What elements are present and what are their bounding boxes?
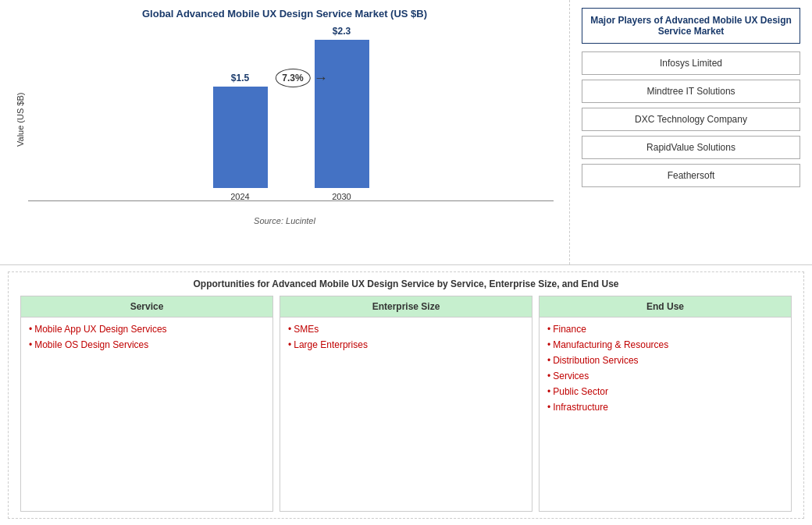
opp-text-enduse-0: Finance <box>553 324 586 335</box>
opp-bullet-service-0: • <box>29 324 32 335</box>
opp-item-enduse-0: • Finance <box>547 324 783 335</box>
bar-label-2024: 2024 <box>230 192 249 201</box>
player-item-4: Feathersoft <box>582 164 800 187</box>
player-item-1: Mindtree IT Solutions <box>582 80 800 103</box>
opportunities-grid: Service • Mobile App UX Design Services … <box>20 296 792 512</box>
bar-value-2030: $2.3 <box>333 26 351 37</box>
opp-text-service-0: Mobile App UX Design Services <box>34 324 166 335</box>
y-axis-label: Value (US $B) <box>16 26 25 213</box>
opp-text-enduse-3: Services <box>553 371 589 381</box>
opp-text-enterprise-1: Large Enterprises <box>294 339 368 350</box>
opp-item-enduse-5: • Infrastructure <box>547 402 783 413</box>
bar-label-2030: 2030 <box>332 192 351 201</box>
opp-bullet-service-1: • <box>29 339 32 350</box>
player-item-3: RapidValue Solutions <box>582 136 800 159</box>
opp-bullet-enduse-1: • <box>547 339 550 350</box>
opp-column-enterprise: Enterprise Size • SMEs • Large Enterpris… <box>280 296 532 512</box>
opp-bullet-enterprise-0: • <box>288 324 291 335</box>
opp-item-enterprise-0: • SMEs <box>288 324 524 335</box>
chart-inner: $1.5 2024 $2.3 2030 7.3% <box>28 26 554 213</box>
opp-item-enduse-4: • Public Sector <box>547 386 783 397</box>
opp-bullet-enduse-3: • <box>547 371 550 381</box>
bar-2030 <box>315 40 369 188</box>
players-title: Major Players of Advanced Mobile UX Desi… <box>582 8 800 44</box>
opp-header-service: Service <box>21 296 272 317</box>
opp-item-service-1: • Mobile OS Design Services <box>29 339 265 350</box>
player-item-0: Infosys Limited <box>582 51 800 75</box>
bar-2024 <box>213 87 268 188</box>
opp-column-service: Service • Mobile App UX Design Services … <box>20 296 273 512</box>
opp-item-enterprise-1: • Large Enterprises <box>288 339 524 350</box>
x-axis-line <box>28 200 554 201</box>
opp-bullet-enduse-0: • <box>547 324 550 335</box>
opp-item-enduse-2: • Distribution Services <box>547 355 783 366</box>
bar-value-2024: $1.5 <box>231 73 249 83</box>
player-item-2: DXC Technology Company <box>582 108 800 131</box>
opp-bullet-enduse-2: • <box>547 355 550 366</box>
major-players-area: Major Players of Advanced Mobile UX Desi… <box>570 0 812 264</box>
main-container: Global Advanced Mobile UX Design Service… <box>0 0 812 525</box>
opp-text-enduse-1: Manufacturing & Resources <box>553 339 668 350</box>
opp-header-enterprise: Enterprise Size <box>280 296 532 317</box>
bar-group-2024: $1.5 2024 <box>213 73 268 201</box>
opp-item-enduse-1: • Manufacturing & Resources <box>547 339 783 350</box>
bottom-section: Opportunities for Advanced Mobile UX Des… <box>8 271 804 519</box>
opp-column-enduse: End Use • Finance • Manufacturing & Reso… <box>539 296 792 512</box>
chart-area: Global Advanced Mobile UX Design Service… <box>0 0 570 264</box>
bar-group-2030: $2.3 2030 <box>315 26 369 201</box>
opp-item-service-0: • Mobile App UX Design Services <box>29 324 265 335</box>
growth-annotation: 7.3% → <box>275 69 327 87</box>
top-section: Global Advanced Mobile UX Design Service… <box>0 0 812 265</box>
bars-container: $1.5 2024 $2.3 2030 7.3% <box>28 26 554 225</box>
chart-wrapper: Value (US $B) $1.5 2024 $2.3 <box>16 26 554 213</box>
opp-text-enduse-2: Distribution Services <box>553 355 638 366</box>
opp-text-service-1: Mobile OS Design Services <box>34 339 148 350</box>
opportunities-title: Opportunities for Advanced Mobile UX Des… <box>20 278 792 289</box>
opp-header-enduse: End Use <box>540 296 791 317</box>
opp-text-enterprise-0: SMEs <box>294 324 319 335</box>
growth-bubble: 7.3% <box>275 69 310 87</box>
opp-bullet-enterprise-1: • <box>288 339 291 350</box>
growth-arrow: → <box>314 70 328 87</box>
opp-body-enterprise: • SMEs • Large Enterprises <box>280 317 532 511</box>
opp-text-enduse-5: Infrastructure <box>553 402 608 413</box>
opp-text-enduse-4: Public Sector <box>553 386 608 397</box>
chart-title: Global Advanced Mobile UX Design Service… <box>16 8 554 20</box>
opp-bullet-enduse-5: • <box>547 402 550 413</box>
opp-bullet-enduse-4: • <box>547 386 550 397</box>
opp-body-service: • Mobile App UX Design Services • Mobile… <box>21 317 272 511</box>
opp-body-enduse: • Finance • Manufacturing & Resources • … <box>540 317 791 511</box>
opp-item-enduse-3: • Services <box>547 371 783 381</box>
